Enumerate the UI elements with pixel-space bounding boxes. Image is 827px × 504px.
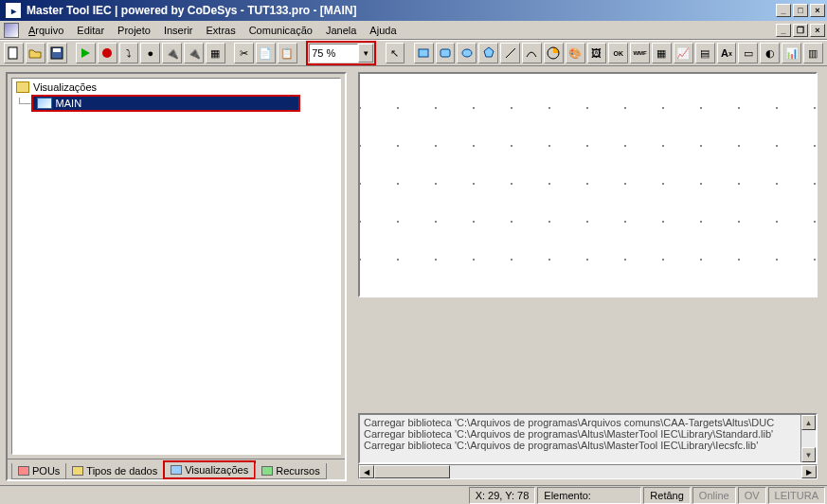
roundrect-tool[interactable] (436, 43, 456, 63)
status-retang: Retâng (643, 487, 690, 504)
bitmap-tool[interactable]: 🎨 (566, 43, 585, 63)
logout-button[interactable]: 🔌 (184, 43, 204, 63)
canvas-grid (360, 74, 816, 296)
paste-button[interactable]: 📋 (278, 43, 297, 63)
log-horizontal-scrollbar[interactable]: ◀ ▶ (358, 464, 818, 479)
minimize-button[interactable]: _ (776, 4, 791, 17)
project-tree[interactable]: Visualizações └─ MAIN (11, 78, 341, 455)
table-tool[interactable]: ▦ (652, 43, 672, 63)
svg-line-7 (506, 48, 515, 58)
log-line: Carregar biblioteca 'C:\Arquivos de prog… (364, 440, 812, 451)
zoom-highlight: 75 % ▼ (306, 41, 376, 65)
open-button[interactable] (26, 43, 45, 63)
build-button[interactable]: ▦ (206, 43, 225, 63)
stop-button[interactable] (98, 43, 117, 63)
visualization-canvas[interactable] (358, 72, 818, 297)
scroll-right-button[interactable]: ▶ (801, 465, 817, 478)
menu-bar: Arquivo Editar Projeto Inserir Extras Co… (0, 21, 827, 40)
status-online: Online (692, 487, 736, 504)
status-elemento: Elemento: (537, 487, 641, 504)
svg-rect-2 (53, 48, 61, 52)
status-ov: OV (738, 487, 766, 504)
title-bar: ▸ Master Tool IEC | powered by CoDeSys -… (0, 0, 827, 21)
log-vertical-scrollbar[interactable]: ▲ ▼ (800, 415, 816, 462)
status-bar: X: 29, Y: 78 Elemento: Retâng Online OV … (0, 485, 827, 504)
curve-tool[interactable] (522, 43, 542, 63)
tree-item-main[interactable]: MAIN (33, 97, 298, 110)
app-icon: ▸ (6, 3, 21, 18)
menu-extras[interactable]: Extras (200, 23, 241, 38)
scroll-down-button[interactable]: ▼ (801, 447, 816, 462)
svg-rect-4 (419, 49, 428, 57)
mdi-document-icon (4, 23, 19, 38)
status-coordinates: X: 29, Y: 78 (469, 487, 536, 504)
tab-visualizacoes[interactable]: Visualizações (165, 462, 254, 477)
polygon-tool[interactable] (478, 43, 498, 63)
resources-icon (261, 466, 273, 476)
copy-button[interactable]: 📄 (256, 43, 276, 63)
menu-projeto[interactable]: Projeto (112, 23, 156, 38)
menu-janela[interactable]: Janela (320, 23, 362, 38)
maximize-button[interactable]: □ (793, 4, 808, 17)
log-line: Carregar biblioteca 'C:\Arquivos de prog… (364, 428, 812, 440)
tab-visualizacoes-highlight: Visualizações (163, 460, 256, 479)
bargraph-tool[interactable]: 📊 (782, 43, 801, 63)
folder-icon (16, 81, 29, 93)
zoom-dropdown-button[interactable]: ▼ (358, 44, 373, 63)
tab-pous[interactable]: POUs (11, 463, 66, 479)
tab-tipos-dados[interactable]: Tipos de dados (65, 463, 164, 479)
svg-point-3 (102, 48, 112, 58)
run-button[interactable] (76, 43, 96, 63)
tree-folder-visualizacoes[interactable]: Visualizações (16, 81, 336, 94)
svg-point-6 (462, 49, 472, 57)
text-tool[interactable]: Ax (717, 43, 737, 63)
zoom-select[interactable]: 75 % (309, 44, 358, 63)
menu-editar[interactable]: Editar (71, 23, 110, 38)
pointer-button[interactable]: ↖ (386, 43, 405, 63)
wmf-tool[interactable]: WMF (630, 43, 650, 63)
hscroll-thumb[interactable] (374, 465, 450, 478)
pie-tool[interactable] (544, 43, 564, 63)
scroll-left-button[interactable]: ◀ (359, 465, 374, 478)
save-button[interactable] (47, 43, 67, 63)
pous-icon (18, 466, 29, 476)
cut-button[interactable]: ✂ (234, 43, 254, 63)
menu-comunicacao[interactable]: Comunicação (243, 23, 318, 38)
button-tool[interactable]: OK (608, 43, 628, 63)
ellipse-tool[interactable] (457, 43, 476, 63)
visual-tab-icon (171, 465, 182, 475)
tree-item-label: MAIN (56, 98, 82, 109)
menu-arquivo[interactable]: Arquivo (23, 23, 69, 38)
breakpoint-button[interactable]: ● (140, 43, 160, 63)
hscroll-track[interactable] (374, 465, 801, 478)
scroll-track[interactable] (801, 430, 816, 447)
menu-ajuda[interactable]: Ajuda (364, 23, 402, 38)
mdi-close-button[interactable]: × (810, 24, 825, 37)
scrollbar-tool[interactable]: ▭ (738, 43, 758, 63)
new-button[interactable] (4, 43, 24, 63)
step-button[interactable]: ⤵ (119, 43, 139, 63)
alarm-tool[interactable]: ▤ (695, 43, 715, 63)
tab-recursos[interactable]: Recursos (255, 463, 326, 479)
menu-inserir[interactable]: Inserir (158, 23, 199, 38)
log-line: Carregar biblioteca 'C:\Arquivos de prog… (364, 417, 812, 428)
message-log[interactable]: Carregar biblioteca 'C:\Arquivos de prog… (358, 413, 818, 464)
close-button[interactable]: × (810, 4, 825, 17)
scroll-up-button[interactable]: ▲ (801, 415, 816, 430)
line-tool[interactable] (500, 43, 520, 63)
visual-tool[interactable]: 🖼 (587, 43, 607, 63)
tree-item-highlight: MAIN (31, 95, 300, 112)
mdi-restore-button[interactable]: ❐ (793, 24, 808, 37)
editor-pane: Carregar biblioteca 'C:\Arquivos de prog… (351, 72, 821, 481)
meter-tool[interactable]: ◐ (760, 43, 780, 63)
login-button[interactable]: 🔌 (162, 43, 182, 63)
mdi-minimize-button[interactable]: _ (776, 24, 791, 37)
types-icon (72, 466, 83, 476)
visualization-icon (37, 98, 52, 109)
rectangle-tool[interactable] (414, 43, 434, 63)
sidebar-tabs: POUs Tipos de dados Visualizações Recurs… (8, 459, 345, 479)
svg-rect-0 (9, 47, 17, 59)
trend-tool[interactable]: 📈 (674, 43, 693, 63)
histogram-tool[interactable]: ▥ (803, 43, 823, 63)
splitter-area[interactable] (351, 297, 821, 411)
